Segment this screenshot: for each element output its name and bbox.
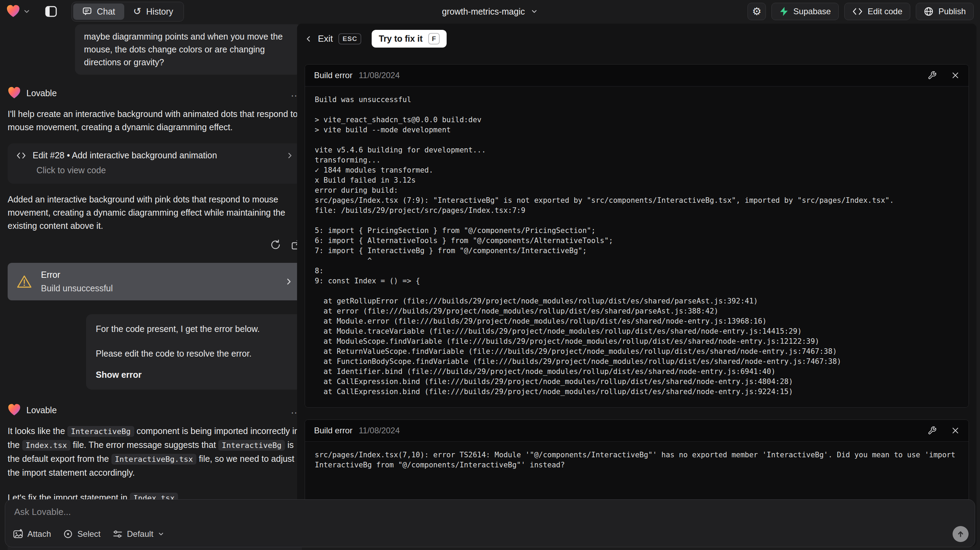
publish-label: Publish [939,6,966,16]
try-to-fix-button[interactable]: Try to fix it F [372,30,446,48]
mode-label: Default [127,529,153,539]
select-element-button[interactable]: Select [63,529,101,539]
assistant-paragraph: Added an interactive background with pin… [8,193,302,232]
lovable-logo-menu[interactable] [6,5,30,18]
send-button[interactable] [953,526,969,542]
assistant-paragraph: I'll help create an interactive backgrou… [8,107,302,134]
assistant-paragraph-text: I'll help create an interactive backgrou… [8,109,298,132]
inline-code: InteractiveBg.tsx [111,454,196,465]
error-banner-subtitle: Build unsuccessful [41,283,113,293]
gear-icon: ⚙ [752,6,761,17]
tab-history-label: History [146,6,173,17]
exit-button[interactable]: Exit ESC [305,33,361,45]
supabase-label: Supabase [793,6,831,16]
inline-code: Index.tsx [22,440,70,451]
fix-kbd-badge: F [428,33,440,45]
chat-history-tabs: Chat ↺ History [72,2,184,22]
sliders-icon [113,529,123,539]
composer: Attach Select Default [5,499,975,547]
code-brackets-icon [16,152,26,159]
fix-label: Try to fix it [379,33,422,44]
chevron-down-icon [23,8,30,15]
globe-icon [924,6,934,16]
tab-chat-label: Chat [97,6,115,17]
chevron-left-icon [305,35,312,43]
build-error-title: Build error [314,70,353,80]
assistant-paragraph-rich: It looks like the InteractiveBg componen… [8,424,302,479]
project-switcher[interactable]: growth-metrics-magic [442,6,538,17]
wrench-icon[interactable] [928,426,937,435]
assistant-message-header: Lovable … [8,86,302,100]
user-message: For the code present, I get the error be… [86,314,302,390]
assistant-name: Lovable [26,88,57,98]
build-error-title: Build error [314,426,353,435]
exit-label: Exit [318,33,333,44]
error-banner[interactable]: Error Build unsuccessful [8,263,302,300]
chevron-down-icon [158,531,164,537]
chat-input[interactable] [14,506,968,527]
build-error-log: src/pages/Index.tsx(7,10): error TS2614:… [315,450,959,470]
attach-label: Attach [27,529,51,539]
chat-bubble-icon [82,6,92,16]
user-message-text: maybe diagramming points and when you mo… [84,32,283,67]
project-name: growth-metrics-magic [442,6,525,17]
wrench-icon[interactable] [928,71,937,80]
settings-button[interactable]: ⚙ [748,3,766,20]
mode-dropdown[interactable]: Default [113,529,164,539]
build-error-date: 11/08/2024 [359,70,400,80]
supabase-button[interactable]: Supabase [772,3,839,20]
inline-code: InteractiveBg [218,440,285,451]
tab-history[interactable]: ↺ History [124,3,182,20]
show-error-link[interactable]: Show error [96,368,292,381]
edit-code-button[interactable]: Edit code [844,3,910,20]
code-brackets-icon [852,7,863,16]
assistant-message-header: Lovable … [8,403,302,417]
chevron-right-icon [285,277,293,286]
publish-button[interactable]: Publish [916,3,974,20]
user-message-line: For the code present, I get the error be… [96,322,292,335]
user-message: maybe diagramming points and when you mo… [75,24,302,75]
assistant-name: Lovable [26,405,57,415]
build-error-card-1: Build error 11/08/2024 Build was unsucce… [305,64,969,408]
inline-code: InteractiveBg [67,426,134,437]
chevron-down-icon [530,8,538,15]
close-icon[interactable] [951,71,959,80]
top-bar: Chat ↺ History growth-metrics-magic ⚙ Su… [0,0,980,23]
edit-card-subtitle: Click to view code [37,165,294,175]
lovable-heart-icon [8,403,21,417]
lovable-heart-icon [8,86,21,100]
chevron-right-icon [286,152,294,159]
error-banner-title: Error [41,270,113,280]
build-error-card-2: Build error 11/08/2024 src/pages/Index.t… [305,419,969,504]
history-clock-icon: ↺ [133,6,141,16]
close-icon[interactable] [951,426,959,435]
edit-card-28[interactable]: Edit #28 • Add interactive background an… [8,143,302,184]
user-message-line: Please edit the code to resolve the erro… [96,347,292,360]
attach-image-icon [13,529,23,539]
supabase-bolt-icon [780,6,788,16]
chat-panel: maybe diagramming points and when you mo… [0,23,307,550]
warning-triangle-icon [17,275,32,289]
build-error-log: Build was unsuccessful > vite_react_shad… [315,95,959,397]
panel-left-icon [45,5,57,18]
restore-icon[interactable] [270,239,281,250]
message-actions [8,239,302,250]
esc-kbd-badge: ESC [338,33,361,45]
arrow-up-icon [956,529,965,539]
preview-panel: Exit ESC Try to fix it F Build error 11/… [297,24,977,547]
lovable-heart-icon [6,5,20,18]
tab-chat[interactable]: Chat [73,3,124,20]
attach-button[interactable]: Attach [13,529,51,539]
select-label: Select [77,529,101,539]
assistant-paragraph-text: Added an interactive background with pin… [8,194,285,231]
edit-card-title: Edit #28 • Add interactive background an… [33,150,217,160]
edit-code-label: Edit code [867,6,902,16]
select-target-icon [63,529,73,539]
build-error-date: 11/08/2024 [359,426,400,435]
sidebar-toggle-button[interactable] [43,3,59,19]
